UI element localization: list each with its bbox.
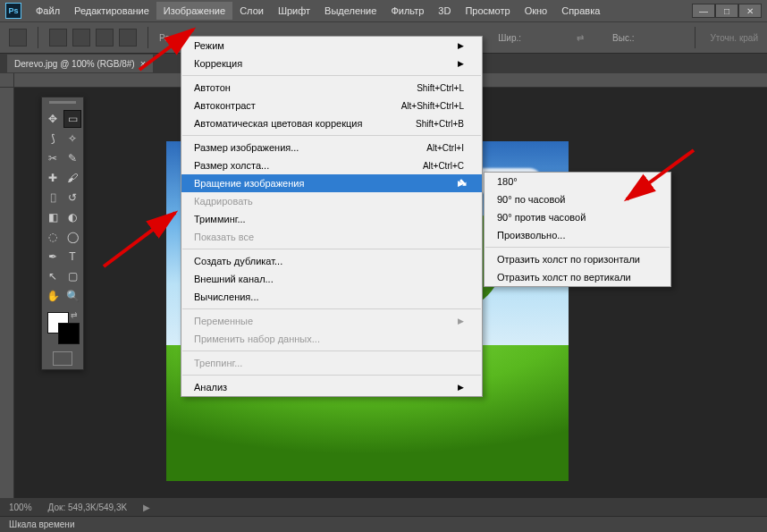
menu-item[interactable]: Создать дубликат... bbox=[181, 252, 482, 270]
menu-item: Применить набор данных... bbox=[181, 330, 482, 348]
wand-tool[interactable]: ✧ bbox=[63, 130, 81, 148]
status-arrow-icon[interactable]: ▶ bbox=[143, 502, 150, 512]
gradient-tool[interactable]: ◐ bbox=[63, 208, 81, 226]
brush-tool[interactable]: 🖌 bbox=[63, 169, 81, 187]
menu-справка[interactable]: Справка bbox=[554, 2, 607, 20]
path-tool[interactable]: ↖ bbox=[44, 267, 62, 285]
shape-tool[interactable]: ▢ bbox=[63, 267, 81, 285]
workspace: ✥▭⟆✧✂✎✚🖌⌷↺◧◐◌◯✒T↖▢✋🔍 ⇄ bbox=[0, 73, 767, 498]
blur-tool[interactable]: ◌ bbox=[44, 228, 62, 246]
quick-mask-toggle[interactable] bbox=[44, 351, 81, 366]
menu-item[interactable]: Отразить холст по вертикали bbox=[485, 268, 670, 286]
submenu-arrow-icon: ▶ bbox=[458, 59, 464, 68]
opt-icon[interactable] bbox=[72, 29, 90, 46]
timeline-panel-header[interactable]: Шкала времени bbox=[0, 516, 767, 532]
vertical-ruler[interactable] bbox=[0, 88, 14, 498]
menu-слои[interactable]: Слои bbox=[232, 2, 271, 20]
tool-palette: ✥▭⟆✧✂✎✚🖌⌷↺◧◐◌◯✒T↖▢✋🔍 ⇄ bbox=[41, 97, 84, 370]
status-bar: 100% Док: 549,3K/549,3K ▶ bbox=[0, 498, 767, 516]
lasso-tool[interactable]: ⟆ bbox=[44, 130, 62, 148]
marquee-tool[interactable]: ▭ bbox=[63, 110, 81, 128]
menu-просмотр[interactable]: Просмотр bbox=[458, 2, 517, 20]
menu-item[interactable]: Коррекция▶ bbox=[181, 55, 482, 72]
swap-colors-icon[interactable]: ⇄ bbox=[71, 310, 78, 319]
crop-tool[interactable]: ✂ bbox=[44, 149, 62, 167]
tab-close-icon[interactable]: × bbox=[140, 58, 146, 69]
opt-icon[interactable] bbox=[119, 29, 137, 46]
zoom-level[interactable]: 100% bbox=[9, 502, 32, 512]
menu-item[interactable]: Внешний канал... bbox=[181, 270, 482, 288]
close-button[interactable]: ✕ bbox=[738, 4, 762, 18]
cursor-icon: ⬊ bbox=[459, 176, 468, 189]
background-swatch[interactable] bbox=[58, 323, 80, 344]
rotation-submenu: 180°90° по часовой90° против часовойПрои… bbox=[484, 172, 671, 287]
pa-label: Ра bbox=[159, 33, 170, 43]
menu-окно[interactable]: Окно bbox=[518, 2, 555, 20]
menu-item[interactable]: Тримминг... bbox=[181, 210, 482, 228]
canvas-area[interactable]: ✥▭⟆✧✂✎✚🖌⌷↺◧◐◌◯✒T↖▢✋🔍 ⇄ bbox=[14, 88, 767, 498]
menu-выделение[interactable]: Выделение bbox=[317, 2, 384, 20]
menu-item[interactable]: АвтоконтрастAlt+Shift+Ctrl+L bbox=[181, 97, 482, 114]
menu-item[interactable]: Размер изображения...Alt+Ctrl+I bbox=[181, 139, 482, 156]
timeline-label: Шкала времени bbox=[9, 519, 74, 529]
submenu-arrow-icon: ▶ bbox=[458, 41, 464, 50]
heal-tool[interactable]: ✚ bbox=[44, 169, 62, 187]
color-swatches[interactable]: ⇄ bbox=[44, 310, 81, 346]
type-tool[interactable]: T bbox=[63, 248, 81, 266]
menu-шрифт[interactable]: Шрифт bbox=[271, 2, 317, 20]
zoom-tool[interactable]: 🔍 bbox=[63, 287, 81, 305]
hand-tool[interactable]: ✋ bbox=[44, 287, 62, 305]
menu-item[interactable]: АвтотонShift+Ctrl+L bbox=[181, 79, 482, 97]
menu-item[interactable]: Отразить холст по горизонтали bbox=[485, 250, 670, 268]
refine-edge-button[interactable]: Уточн. край bbox=[710, 33, 758, 43]
menu-item: Переменные▶ bbox=[181, 312, 482, 330]
menu-item[interactable]: Вычисления... bbox=[181, 288, 482, 306]
menu-item[interactable]: Автоматическая цветовая коррекцияShift+C… bbox=[181, 114, 482, 132]
menu-item[interactable]: Вращение изображения▶ bbox=[181, 174, 482, 192]
active-tool-icon[interactable] bbox=[9, 29, 27, 46]
stamp-tool[interactable]: ⌷ bbox=[44, 189, 62, 207]
move-tool[interactable]: ✥ bbox=[44, 110, 62, 128]
eraser-tool[interactable]: ◧ bbox=[44, 208, 62, 226]
menu-3d[interactable]: 3D bbox=[431, 2, 458, 20]
svg-line-0 bbox=[104, 213, 175, 266]
ruler-origin[interactable] bbox=[0, 73, 14, 88]
swap-icon[interactable]: ⇄ bbox=[577, 33, 584, 43]
app-logo: Ps bbox=[5, 3, 21, 19]
menu-item: Показать все bbox=[181, 228, 482, 246]
menu-item: Кадрировать bbox=[181, 192, 482, 210]
opt-icon[interactable] bbox=[96, 29, 114, 46]
menu-item[interactable]: Режим▶ bbox=[181, 37, 482, 55]
menu-item[interactable]: Анализ▶ bbox=[181, 378, 482, 396]
menu-файл[interactable]: Файл bbox=[29, 2, 67, 20]
opt-icon[interactable] bbox=[49, 29, 67, 46]
menu-bar: Ps ФайлРедактированиеИзображениеСлоиШриф… bbox=[0, 0, 767, 21]
menu-item[interactable]: 180° bbox=[485, 173, 670, 190]
image-menu-dropdown: Режим▶Коррекция▶АвтотонShift+Ctrl+LАвток… bbox=[181, 36, 483, 397]
eyedropper-tool[interactable]: ✎ bbox=[63, 149, 81, 167]
width-label: Шир.: bbox=[498, 33, 521, 43]
submenu-arrow-icon: ▶ bbox=[458, 317, 464, 325]
history-tool[interactable]: ↺ bbox=[63, 189, 81, 207]
document-tab[interactable]: Derevo.jpg @ 100% (RGB/8#) × bbox=[7, 55, 153, 72]
pen-tool[interactable]: ✒ bbox=[44, 248, 62, 266]
submenu-arrow-icon: ▶ bbox=[458, 383, 464, 392]
menu-item[interactable]: Размер холста...Alt+Ctrl+C bbox=[181, 156, 482, 174]
menu-item: Треппинг... bbox=[181, 354, 482, 372]
menu-item[interactable]: Произвольно... bbox=[485, 226, 670, 244]
menu-изображение[interactable]: Изображение bbox=[156, 2, 232, 20]
dodge-tool[interactable]: ◯ bbox=[63, 228, 81, 246]
menu-редактирование[interactable]: Редактирование bbox=[67, 2, 156, 20]
minimize-button[interactable]: — bbox=[692, 4, 715, 18]
menu-item[interactable]: 90° по часовой bbox=[485, 190, 670, 208]
maximize-button[interactable]: □ bbox=[715, 4, 738, 18]
menu-item[interactable]: 90° против часовой bbox=[485, 208, 670, 226]
tab-title: Derevo.jpg @ 100% (RGB/8#) bbox=[14, 59, 135, 69]
height-label: Выс.: bbox=[612, 33, 634, 43]
toolbox-grip[interactable] bbox=[44, 101, 81, 108]
menu-фильтр[interactable]: Фильтр bbox=[384, 2, 431, 20]
doc-size[interactable]: Док: 549,3K/549,3K bbox=[48, 502, 128, 512]
